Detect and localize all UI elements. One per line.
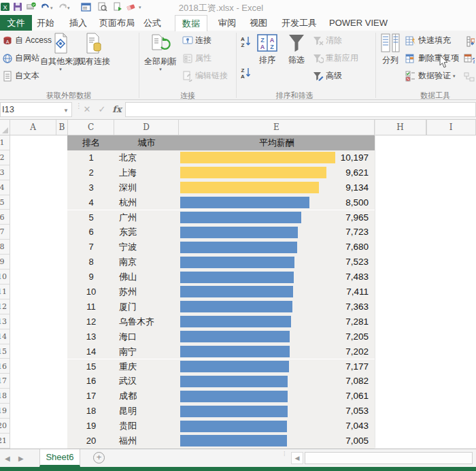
city-cell[interactable]: 东莞 [119, 225, 180, 240]
rank-cell[interactable]: 10 [68, 285, 114, 299]
row-header-9[interactable]: 9 [0, 255, 10, 270]
rank-cell[interactable]: 3 [68, 180, 114, 195]
city-cell[interactable]: 南京 [119, 255, 180, 270]
table-header-row[interactable]: 排名 城市 平均薪酬 [67, 135, 375, 150]
tab-POWER VIEW[interactable]: POWER VIEW [322, 15, 394, 31]
connections-button[interactable]: 连接 [182, 35, 211, 46]
row-header-13[interactable]: 13 [0, 314, 10, 329]
rank-cell[interactable]: 19 [68, 419, 114, 434]
name-box[interactable]: I13 [0, 102, 72, 117]
sort-button[interactable]: ZAAZ 排序 [254, 33, 280, 66]
remove-duplicates-button[interactable]: 删除重复项 [405, 52, 459, 64]
city-cell[interactable]: 海口 [119, 329, 180, 344]
undo-icon[interactable] [39, 1, 50, 12]
salary-cell[interactable]: 8,500 [321, 195, 369, 210]
tab-数据[interactable]: 数据 [175, 15, 207, 31]
row-header-6[interactable]: 6 [0, 210, 10, 225]
data-validation-button[interactable]: 数据验证 ▾ [405, 70, 456, 82]
consolidate-button[interactable] [464, 36, 475, 47]
rank-cell[interactable]: 16 [68, 374, 114, 389]
rank-cell[interactable]: 14 [68, 344, 114, 359]
column-header-I[interactable]: I [426, 120, 476, 135]
city-cell[interactable]: 上海 [119, 165, 180, 180]
row-header-4[interactable]: 4 [0, 180, 10, 195]
text-to-columns-button[interactable]: 分列 [378, 33, 403, 66]
salary-cell[interactable]: 9,621 [321, 165, 369, 180]
print-preview-icon[interactable] [97, 1, 107, 12]
rank-cell[interactable]: 7 [68, 240, 114, 255]
city-cell[interactable]: 武汉 [119, 374, 180, 389]
column-header-D[interactable]: D [114, 120, 179, 135]
what-if-analysis-button[interactable]: ? [464, 54, 475, 65]
row-header-2[interactable]: 2 [0, 150, 10, 165]
rank-cell[interactable]: 5 [68, 210, 114, 225]
row-header-20[interactable]: 20 [0, 419, 10, 434]
save-icon[interactable] [12, 1, 23, 12]
mail-check-icon[interactable] [26, 1, 37, 12]
salary-cell[interactable]: 7,281 [321, 314, 369, 329]
row-header-17[interactable]: 17 [0, 374, 10, 389]
tab-页面布局[interactable]: 页面布局 [92, 15, 141, 31]
row-header-15[interactable]: 15 [0, 344, 10, 359]
rank-cell[interactable]: 17 [68, 389, 114, 404]
from-text-button[interactable]: 自文本 [2, 70, 39, 82]
salary-cell[interactable]: 7,205 [321, 329, 369, 344]
city-cell[interactable]: 苏州 [119, 285, 180, 299]
salary-cell[interactable]: 7,411 [321, 285, 369, 299]
salary-cell[interactable]: 10,197 [321, 150, 369, 165]
row-header-21[interactable]: 21 [0, 434, 10, 449]
from-other-sources-button[interactable]: 自其他来源 ▾ [44, 33, 78, 71]
city-cell[interactable]: 南宁 [119, 344, 180, 359]
rank-cell[interactable]: 11 [68, 299, 114, 314]
header-rank[interactable]: 排名 [68, 135, 114, 150]
tab-视图[interactable]: 视图 [243, 15, 274, 31]
refresh-all-button[interactable]: 全部刷新 ▾ [143, 33, 178, 71]
rank-cell[interactable]: 15 [68, 359, 114, 374]
header-city[interactable]: 城市 [114, 135, 179, 150]
tab-公式[interactable]: 公式 [137, 15, 168, 31]
city-cell[interactable]: 广州 [119, 210, 180, 225]
city-cell[interactable]: 佛山 [119, 270, 180, 285]
salary-cell[interactable]: 7,523 [321, 255, 369, 270]
row-header-8[interactable]: 8 [0, 240, 10, 255]
city-cell[interactable]: 昆明 [119, 404, 180, 419]
tab-审阅[interactable]: 审阅 [211, 15, 243, 31]
sort-ascending-button[interactable]: AZ [239, 35, 252, 48]
row-header-5[interactable]: 5 [0, 195, 10, 210]
sheet-tab-active[interactable]: Sheet6 [39, 449, 80, 467]
rank-cell[interactable]: 2 [68, 165, 114, 180]
city-cell[interactable]: 成都 [119, 389, 180, 404]
rank-cell[interactable]: 6 [68, 225, 114, 240]
salary-cell[interactable]: 7,965 [321, 210, 369, 225]
eraser-icon[interactable] [125, 1, 136, 12]
salary-cell[interactable]: 7,082 [321, 374, 369, 389]
row-header-3[interactable]: 3 [0, 165, 10, 180]
header-salary[interactable]: 平均薪酬 [179, 135, 375, 150]
sheet-nav-next-icon[interactable]: ▶ [18, 455, 24, 462]
tab-开发工具[interactable]: 开发工具 [275, 15, 324, 31]
from-web-button[interactable]: 自网站 [2, 52, 39, 64]
row-header-11[interactable]: 11 [0, 285, 10, 299]
row-header-7[interactable]: 7 [0, 225, 10, 240]
rank-cell[interactable]: 13 [68, 329, 114, 344]
row-header-18[interactable]: 18 [0, 389, 10, 404]
salary-cell[interactable]: 7,005 [321, 434, 369, 449]
rank-cell[interactable]: 8 [68, 255, 114, 270]
insert-function-icon[interactable]: fx [110, 102, 124, 117]
filter-button[interactable]: 筛选 [283, 33, 310, 66]
salary-cell[interactable]: 7,043 [321, 419, 369, 434]
tab-file[interactable]: 文件 [0, 15, 32, 31]
row-header-19[interactable]: 19 [0, 404, 10, 419]
salary-cell[interactable]: 7,363 [321, 299, 369, 314]
scrollbar-splitter[interactable]: ⁞ [284, 453, 286, 456]
city-cell[interactable]: 深圳 [119, 180, 180, 195]
name-box-dropdown-icon[interactable]: ▼ [63, 108, 69, 114]
add-sheet-icon[interactable]: + [93, 452, 105, 464]
rank-cell[interactable]: 18 [68, 404, 114, 419]
salary-cell[interactable]: 7,723 [321, 225, 369, 240]
city-cell[interactable]: 贵阳 [119, 419, 180, 434]
qat-more-icon[interactable]: ▾ [139, 5, 141, 10]
column-header-C[interactable]: C [68, 120, 114, 135]
rank-cell[interactable]: 9 [68, 270, 114, 285]
rank-cell[interactable]: 4 [68, 195, 114, 210]
